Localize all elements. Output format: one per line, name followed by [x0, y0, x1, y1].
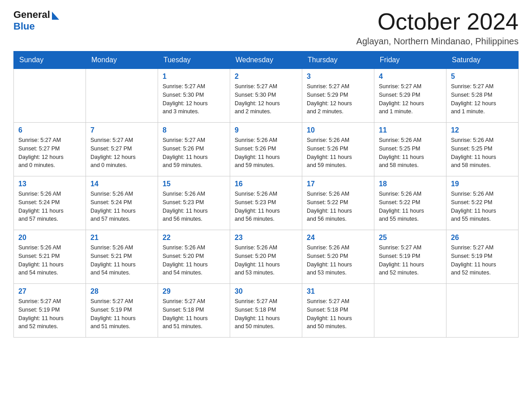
day-number: 8 — [163, 126, 225, 134]
day-info: Sunrise: 5:26 AM Sunset: 5:20 PM Dayligh… — [307, 244, 369, 277]
day-number: 10 — [307, 126, 369, 134]
weekday-header-friday: Friday — [374, 51, 446, 69]
month-title: October 2024 — [356, 9, 519, 34]
calendar-cell — [374, 284, 446, 338]
calendar-cell — [446, 284, 519, 338]
day-number: 14 — [90, 180, 153, 188]
day-info: Sunrise: 5:26 AM Sunset: 5:20 PM Dayligh… — [163, 244, 225, 277]
logo: General Blue — [13, 9, 59, 32]
day-info: Sunrise: 5:27 AM Sunset: 5:19 PM Dayligh… — [451, 244, 514, 277]
calendar-cell: 26Sunrise: 5:27 AM Sunset: 5:19 PM Dayli… — [446, 230, 519, 284]
calendar-table: SundayMondayTuesdayWednesdayThursdayFrid… — [13, 51, 519, 338]
day-number: 7 — [90, 126, 153, 134]
weekday-header-wednesday: Wednesday — [230, 51, 302, 69]
calendar-cell: 7Sunrise: 5:27 AM Sunset: 5:27 PM Daylig… — [86, 123, 158, 176]
day-info: Sunrise: 5:26 AM Sunset: 5:22 PM Dayligh… — [451, 190, 514, 223]
calendar-cell: 2Sunrise: 5:27 AM Sunset: 5:30 PM Daylig… — [230, 69, 302, 123]
weekday-header-thursday: Thursday — [302, 51, 374, 69]
day-number: 19 — [451, 180, 514, 188]
day-info: Sunrise: 5:26 AM Sunset: 5:23 PM Dayligh… — [163, 190, 225, 223]
calendar-cell: 31Sunrise: 5:27 AM Sunset: 5:18 PM Dayli… — [302, 284, 374, 338]
logo-general-text: General — [13, 9, 50, 21]
calendar-cell: 3Sunrise: 5:27 AM Sunset: 5:29 PM Daylig… — [302, 69, 374, 123]
calendar-week-row: 6Sunrise: 5:27 AM Sunset: 5:27 PM Daylig… — [14, 123, 519, 176]
day-info: Sunrise: 5:26 AM Sunset: 5:22 PM Dayligh… — [307, 190, 369, 223]
calendar-cell: 15Sunrise: 5:26 AM Sunset: 5:23 PM Dayli… — [158, 176, 230, 230]
day-info: Sunrise: 5:27 AM Sunset: 5:19 PM Dayligh… — [379, 244, 442, 277]
day-info: Sunrise: 5:27 AM Sunset: 5:28 PM Dayligh… — [451, 82, 514, 116]
day-number: 29 — [163, 287, 225, 295]
day-info: Sunrise: 5:26 AM Sunset: 5:26 PM Dayligh… — [307, 136, 369, 170]
day-info: Sunrise: 5:26 AM Sunset: 5:21 PM Dayligh… — [18, 244, 81, 277]
day-number: 30 — [235, 287, 297, 295]
day-number: 1 — [163, 73, 225, 81]
day-number: 6 — [18, 126, 81, 134]
day-info: Sunrise: 5:26 AM Sunset: 5:23 PM Dayligh… — [235, 190, 297, 223]
weekday-header-saturday: Saturday — [446, 51, 519, 69]
day-info: Sunrise: 5:27 AM Sunset: 5:26 PM Dayligh… — [163, 136, 225, 170]
day-number: 22 — [163, 234, 225, 242]
calendar-cell: 19Sunrise: 5:26 AM Sunset: 5:22 PM Dayli… — [446, 176, 519, 230]
logo-triangle-icon — [52, 12, 59, 20]
day-number: 5 — [451, 73, 514, 81]
calendar-cell: 12Sunrise: 5:26 AM Sunset: 5:25 PM Dayli… — [446, 123, 519, 176]
day-number: 11 — [379, 126, 442, 134]
location-title: Aglayan, Northern Mindanao, Philippines — [356, 36, 519, 47]
day-number: 23 — [235, 234, 297, 242]
day-info: Sunrise: 5:27 AM Sunset: 5:29 PM Dayligh… — [307, 82, 369, 116]
day-info: Sunrise: 5:26 AM Sunset: 5:25 PM Dayligh… — [451, 136, 514, 170]
day-number: 24 — [307, 234, 369, 242]
calendar-week-row: 27Sunrise: 5:27 AM Sunset: 5:19 PM Dayli… — [14, 284, 519, 338]
day-info: Sunrise: 5:27 AM Sunset: 5:18 PM Dayligh… — [163, 297, 225, 331]
calendar-cell: 25Sunrise: 5:27 AM Sunset: 5:19 PM Dayli… — [374, 230, 446, 284]
calendar-cell: 23Sunrise: 5:26 AM Sunset: 5:20 PM Dayli… — [230, 230, 302, 284]
day-info: Sunrise: 5:27 AM Sunset: 5:30 PM Dayligh… — [235, 82, 297, 116]
calendar-cell: 16Sunrise: 5:26 AM Sunset: 5:23 PM Dayli… — [230, 176, 302, 230]
calendar-cell: 9Sunrise: 5:26 AM Sunset: 5:26 PM Daylig… — [230, 123, 302, 176]
calendar-cell: 5Sunrise: 5:27 AM Sunset: 5:28 PM Daylig… — [446, 69, 519, 123]
day-number: 21 — [90, 234, 153, 242]
calendar-cell: 24Sunrise: 5:26 AM Sunset: 5:20 PM Dayli… — [302, 230, 374, 284]
day-info: Sunrise: 5:26 AM Sunset: 5:24 PM Dayligh… — [18, 190, 81, 223]
calendar-cell: 18Sunrise: 5:26 AM Sunset: 5:22 PM Dayli… — [374, 176, 446, 230]
calendar-week-row: 20Sunrise: 5:26 AM Sunset: 5:21 PM Dayli… — [14, 230, 519, 284]
calendar-cell: 20Sunrise: 5:26 AM Sunset: 5:21 PM Dayli… — [14, 230, 86, 284]
calendar-cell: 28Sunrise: 5:27 AM Sunset: 5:19 PM Dayli… — [86, 284, 158, 338]
day-number: 17 — [307, 180, 369, 188]
day-info: Sunrise: 5:27 AM Sunset: 5:30 PM Dayligh… — [163, 82, 225, 116]
calendar-cell — [86, 69, 158, 123]
day-number: 18 — [379, 180, 442, 188]
calendar-cell: 6Sunrise: 5:27 AM Sunset: 5:27 PM Daylig… — [14, 123, 86, 176]
day-info: Sunrise: 5:27 AM Sunset: 5:18 PM Dayligh… — [307, 297, 369, 331]
day-number: 28 — [90, 287, 153, 295]
day-info: Sunrise: 5:26 AM Sunset: 5:25 PM Dayligh… — [379, 136, 442, 170]
calendar-week-row: 13Sunrise: 5:26 AM Sunset: 5:24 PM Dayli… — [14, 176, 519, 230]
weekday-header-tuesday: Tuesday — [158, 51, 230, 69]
day-info: Sunrise: 5:26 AM Sunset: 5:20 PM Dayligh… — [235, 244, 297, 277]
day-info: Sunrise: 5:26 AM Sunset: 5:21 PM Dayligh… — [90, 244, 153, 277]
calendar-cell: 14Sunrise: 5:26 AM Sunset: 5:24 PM Dayli… — [86, 176, 158, 230]
day-info: Sunrise: 5:26 AM Sunset: 5:26 PM Dayligh… — [235, 136, 297, 170]
calendar-cell: 8Sunrise: 5:27 AM Sunset: 5:26 PM Daylig… — [158, 123, 230, 176]
day-number: 20 — [18, 234, 81, 242]
day-number: 13 — [18, 180, 81, 188]
title-block: October 2024 Aglayan, Northern Mindanao,… — [356, 9, 519, 47]
day-info: Sunrise: 5:26 AM Sunset: 5:24 PM Dayligh… — [90, 190, 153, 223]
weekday-header-row: SundayMondayTuesdayWednesdayThursdayFrid… — [14, 51, 519, 69]
day-number: 31 — [307, 287, 369, 295]
page-header: General Blue October 2024 Aglayan, North… — [13, 9, 519, 47]
day-number: 4 — [379, 73, 442, 81]
day-number: 16 — [235, 180, 297, 188]
calendar-cell: 4Sunrise: 5:27 AM Sunset: 5:29 PM Daylig… — [374, 69, 446, 123]
day-info: Sunrise: 5:27 AM Sunset: 5:27 PM Dayligh… — [18, 136, 81, 170]
day-number: 25 — [379, 234, 442, 242]
day-info: Sunrise: 5:27 AM Sunset: 5:19 PM Dayligh… — [18, 297, 81, 331]
day-info: Sunrise: 5:27 AM Sunset: 5:18 PM Dayligh… — [235, 297, 297, 331]
weekday-header-monday: Monday — [86, 51, 158, 69]
calendar-cell: 27Sunrise: 5:27 AM Sunset: 5:19 PM Dayli… — [14, 284, 86, 338]
day-info: Sunrise: 5:27 AM Sunset: 5:29 PM Dayligh… — [379, 82, 442, 116]
calendar-week-row: 1Sunrise: 5:27 AM Sunset: 5:30 PM Daylig… — [14, 69, 519, 123]
logo-blue-text: Blue — [13, 21, 35, 32]
day-number: 27 — [18, 287, 81, 295]
day-number: 15 — [163, 180, 225, 188]
